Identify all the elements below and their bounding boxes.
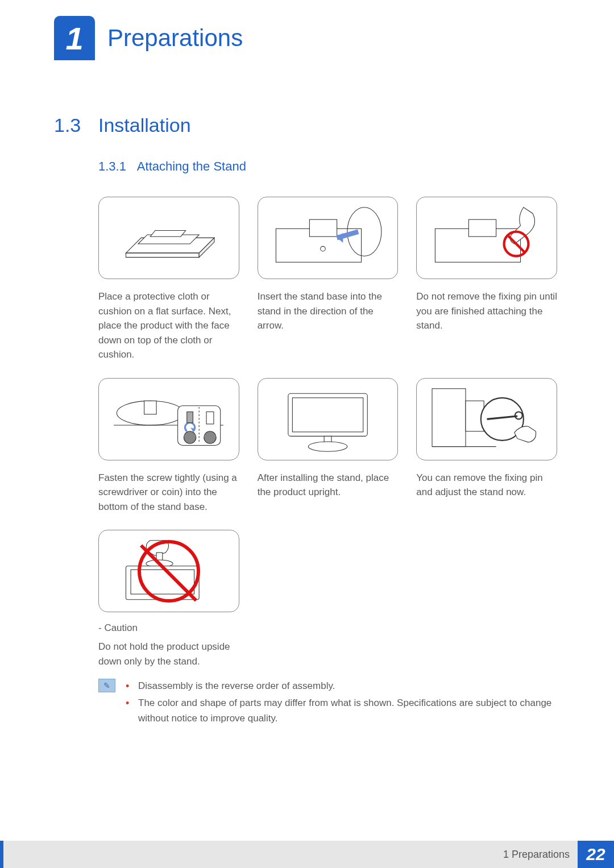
step-5: After installing the stand, place the pr… — [258, 378, 399, 514]
step-6-caption: You can remove the fixing pin and adjust… — [416, 471, 557, 500]
note-item: Disassembly is the reverse order of asse… — [126, 679, 557, 693]
chapter-title: Preparations — [107, 24, 243, 52]
step-1: Place a protective cloth or cushion on a… — [98, 197, 239, 362]
svg-rect-25 — [292, 397, 363, 431]
svg-rect-11 — [468, 219, 496, 236]
svg-point-18 — [184, 431, 196, 443]
svg-rect-15 — [144, 401, 156, 414]
footer-page-number: 22 — [578, 841, 614, 868]
svg-marker-3 — [126, 253, 200, 258]
step-6-illustration — [416, 378, 557, 460]
page-footer: 1 Preparations 22 — [0, 841, 614, 868]
caution-label: - Caution — [98, 622, 239, 634]
monitor-facedown-icon — [106, 201, 231, 275]
section-heading: 1.3 Installation — [54, 114, 557, 136]
step-3-caption: Do not remove the fixing pin until you a… — [416, 289, 557, 333]
chapter-number-tab: 1 — [54, 16, 95, 60]
step-2: Insert the stand base into the stand in … — [258, 197, 399, 362]
step-4-illustration — [98, 378, 239, 460]
notes-block: ✎ Disassembly is the reverse order of as… — [98, 679, 557, 728]
step-3-illustration — [416, 197, 557, 279]
prohibition-icon — [138, 540, 200, 603]
note-icon: ✎ — [98, 679, 115, 692]
svg-marker-2 — [151, 231, 186, 237]
svg-point-19 — [204, 431, 216, 443]
step-2-illustration — [258, 197, 399, 279]
page-content: 1.3 Installation 1.3.1 Attaching the Sta… — [0, 114, 614, 728]
step-7-caption: Do not hold the product upside down only… — [98, 639, 239, 668]
section-title: Installation — [98, 114, 191, 136]
step-5-illustration — [258, 378, 399, 460]
step-7: - Caution Do not hold the product upside… — [98, 530, 239, 668]
step-7-illustration — [98, 530, 239, 612]
svg-rect-28 — [432, 388, 466, 446]
note-list: Disassembly is the reverse order of asse… — [126, 679, 557, 728]
step-3: Do not remove the fixing pin until you a… — [416, 197, 557, 362]
fasten-screw-icon — [106, 383, 231, 456]
insert-base-icon — [265, 201, 391, 275]
svg-rect-22 — [206, 412, 214, 423]
fixing-pin-hand-icon — [424, 201, 550, 275]
monitor-upright-icon — [265, 383, 391, 456]
subsection-heading: 1.3.1 Attaching the Stand — [98, 159, 557, 174]
instruction-grid: Place a protective cloth or cushion on a… — [98, 197, 557, 668]
note-item: The color and shape of parts may differ … — [126, 696, 557, 726]
remove-pin-icon — [424, 383, 550, 456]
section-number: 1.3 — [54, 114, 98, 136]
page-header: 1 Preparations — [0, 0, 614, 60]
step-1-illustration — [98, 197, 239, 279]
svg-rect-21 — [187, 412, 193, 422]
step-6: You can remove the fixing pin and adjust… — [416, 378, 557, 514]
step-1-caption: Place a protective cloth or cushion on a… — [98, 289, 239, 362]
subsection-title: Attaching the Stand — [137, 159, 246, 173]
step-4-caption: Fasten the screw tightly (using a screwd… — [98, 471, 239, 514]
subsection-number: 1.3.1 — [98, 159, 126, 173]
svg-rect-6 — [309, 219, 337, 236]
step-4: Fasten the screw tightly (using a screwd… — [98, 378, 239, 514]
svg-point-27 — [308, 442, 347, 451]
step-2-caption: Insert the stand base into the stand in … — [258, 289, 399, 333]
footer-label: 1 Preparations — [0, 841, 578, 868]
step-5-caption: After installing the stand, place the pr… — [258, 471, 399, 500]
